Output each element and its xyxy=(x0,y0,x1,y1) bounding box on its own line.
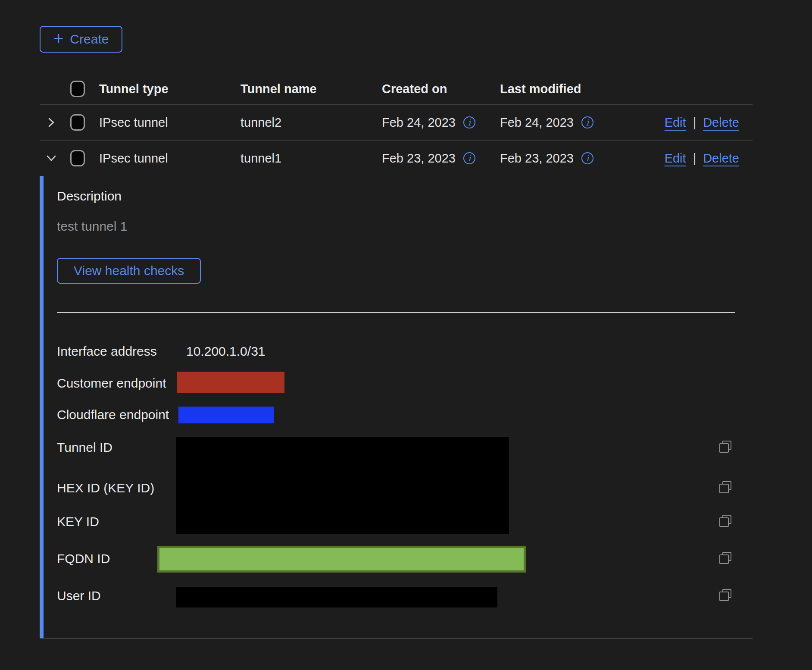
row-checkbox[interactable] xyxy=(70,150,85,166)
column-header-created-on: Created on xyxy=(382,82,500,96)
row-checkbox[interactable] xyxy=(70,114,85,131)
user-id-label: User ID xyxy=(57,589,101,603)
created-on-value: Feb 23, 2023 xyxy=(382,151,456,166)
section-divider xyxy=(57,312,735,313)
cloudflare-endpoint-redacted-value xyxy=(178,407,274,423)
tunnel-name-cell: tunnel2 xyxy=(240,116,382,130)
tunnel-row-tunnel1: IPsec tunnel tunnel1 Feb 23, 2023 i Feb … xyxy=(40,141,753,176)
create-button[interactable]: + Create xyxy=(40,26,122,53)
copy-icon[interactable] xyxy=(719,440,732,453)
create-button-label: Create xyxy=(70,32,109,47)
delete-link[interactable]: Delete xyxy=(703,151,739,166)
ids-redacted-value-block xyxy=(176,437,509,534)
info-icon[interactable]: i xyxy=(581,152,593,164)
info-icon[interactable]: i xyxy=(463,152,475,164)
customer-endpoint-label: Customer endpoint xyxy=(57,376,166,391)
description-label: Description xyxy=(57,189,122,204)
edit-link[interactable]: Edit xyxy=(665,116,686,130)
fqdn-id-label: FQDN ID xyxy=(57,551,110,566)
table-header-row: Tunnel type Tunnel name Created on Last … xyxy=(40,73,753,105)
delete-link[interactable]: Delete xyxy=(703,116,739,130)
select-all-cell xyxy=(59,81,99,97)
info-icon[interactable]: i xyxy=(581,116,593,128)
edit-link[interactable]: Edit xyxy=(665,151,686,166)
select-all-checkbox[interactable] xyxy=(70,81,85,97)
interface-address-label: Interface address xyxy=(57,344,157,359)
cloudflare-endpoint-label: Cloudflare endpoint xyxy=(57,407,169,422)
action-separator: | xyxy=(693,151,696,166)
fqdn-id-redacted-value xyxy=(157,546,526,573)
key-id-label: KEY ID xyxy=(57,514,99,529)
hex-id-label: HEX ID (KEY ID) xyxy=(57,481,154,495)
tunnel-name-cell: tunnel1 xyxy=(240,151,382,166)
tunnel-id-label: Tunnel ID xyxy=(57,440,112,455)
last-modified-value: Feb 24, 2023 xyxy=(500,116,574,130)
copy-icon[interactable] xyxy=(719,514,732,527)
copy-icon[interactable] xyxy=(719,481,732,494)
plus-icon: + xyxy=(53,30,63,47)
description-value: test tunnel 1 xyxy=(57,219,127,234)
info-icon[interactable]: i xyxy=(463,116,475,128)
column-header-tunnel-name: Tunnel name xyxy=(240,82,382,96)
view-health-checks-button[interactable]: View health checks xyxy=(57,258,201,284)
action-separator: | xyxy=(693,116,696,130)
chevron-down-icon[interactable] xyxy=(45,152,57,164)
tunnel-row-tunnel2: IPsec tunnel tunnel2 Feb 24, 2023 i Feb … xyxy=(40,105,753,141)
expanded-row-indicator-bar xyxy=(40,176,44,638)
tunnel-type-cell: IPsec tunnel xyxy=(99,151,240,166)
tunnel-type-cell: IPsec tunnel xyxy=(99,116,240,130)
user-id-redacted-value xyxy=(176,587,497,607)
tunnel-details-panel: Description test tunnel 1 View health ch… xyxy=(40,176,753,639)
tunnels-table: Tunnel type Tunnel name Created on Last … xyxy=(40,73,753,639)
column-header-tunnel-type: Tunnel type xyxy=(99,82,240,96)
copy-icon[interactable] xyxy=(719,589,732,601)
interface-address-value: 10.200.1.0/31 xyxy=(186,344,265,359)
copy-icon[interactable] xyxy=(719,551,732,564)
ipsec-tunnels-page: + Create Tunnel type Tunnel name Created… xyxy=(0,0,812,670)
created-on-value: Feb 24, 2023 xyxy=(382,116,456,130)
chevron-right-icon[interactable] xyxy=(45,117,56,128)
customer-endpoint-redacted-value xyxy=(177,372,284,393)
column-header-last-modified: Last modified xyxy=(500,82,642,96)
last-modified-value: Feb 23, 2023 xyxy=(500,151,574,166)
